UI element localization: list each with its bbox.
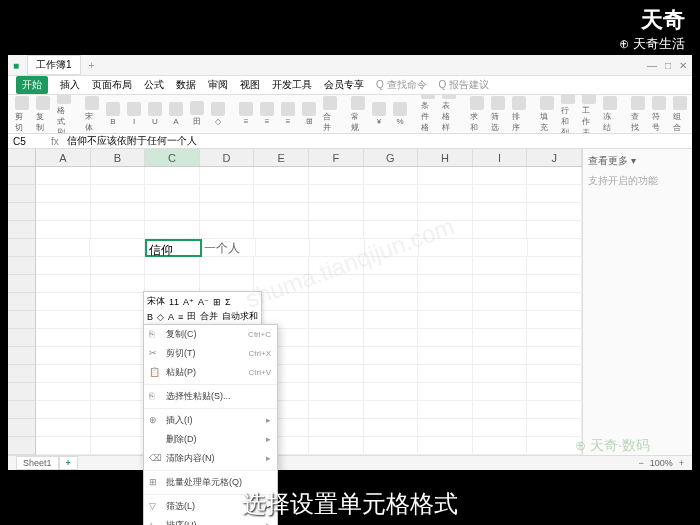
ribbon-item-6[interactable]: I (125, 102, 143, 126)
mt-dec-icon[interactable]: A⁻ (198, 297, 209, 307)
ribbon-item-31[interactable]: 工作表 (580, 95, 598, 134)
menu-layout[interactable]: 页面布局 (92, 78, 132, 92)
cell[interactable] (527, 257, 582, 275)
ribbon-item-27[interactable]: 排序 (510, 96, 528, 133)
cell[interactable] (528, 239, 582, 257)
ribbon-item-15[interactable]: ⊞ (300, 102, 318, 126)
close-icon[interactable]: ✕ (679, 60, 687, 71)
cell[interactable] (145, 203, 200, 221)
cell[interactable] (364, 329, 419, 347)
ribbon-item-10[interactable]: ◇ (209, 102, 227, 126)
cell[interactable] (36, 401, 91, 419)
cell[interactable] (473, 365, 528, 383)
ctx-item-4[interactable]: ⎘选择性粘贴(S)... (144, 387, 277, 406)
cell[interactable] (418, 383, 473, 401)
ctx-item-2[interactable]: 📋粘贴(P)Ctrl+V (144, 363, 277, 382)
ctx-item-1[interactable]: ✂剪切(T)Ctrl+X (144, 344, 277, 363)
cell[interactable] (309, 293, 364, 311)
cell[interactable] (91, 185, 146, 203)
cell[interactable] (145, 221, 200, 239)
ctx-item-0[interactable]: ⎘复制(C)Ctrl+C (144, 325, 277, 344)
cell[interactable] (91, 437, 146, 455)
cell[interactable] (309, 383, 364, 401)
ribbon-item-8[interactable]: A (167, 102, 185, 126)
cell[interactable] (527, 437, 582, 455)
cell[interactable] (91, 221, 146, 239)
menu-dev[interactable]: 开发工具 (272, 78, 312, 92)
mt-merge[interactable]: 合并 (200, 310, 218, 323)
mt-inc-icon[interactable]: A⁺ (183, 297, 194, 307)
cell[interactable] (309, 347, 364, 365)
cell[interactable] (527, 167, 582, 185)
cell[interactable] (418, 311, 473, 329)
cell[interactable] (36, 239, 90, 257)
cell[interactable] (310, 239, 364, 257)
col-i[interactable]: I (473, 149, 528, 166)
fx-icon[interactable]: fx (51, 136, 59, 147)
cell[interactable] (527, 329, 582, 347)
cell[interactable] (309, 203, 364, 221)
cell[interactable] (364, 221, 419, 239)
cell[interactable] (364, 419, 419, 437)
ribbon-item-26[interactable]: 筛选 (489, 96, 507, 133)
cell[interactable] (91, 167, 146, 185)
cell[interactable] (90, 239, 144, 257)
cell[interactable] (418, 329, 473, 347)
zoom-level[interactable]: 100% (650, 458, 673, 468)
menu-member[interactable]: 会员专享 (324, 78, 364, 92)
cell[interactable] (364, 167, 419, 185)
ctx-item-7[interactable]: 删除(D)▸ (144, 430, 277, 449)
cell[interactable] (418, 401, 473, 419)
row-head-15[interactable] (8, 419, 36, 437)
mt-sum-icon[interactable]: Σ (225, 297, 231, 307)
cell[interactable] (527, 347, 582, 365)
cell[interactable] (364, 185, 419, 203)
cell[interactable] (364, 347, 419, 365)
cell[interactable] (473, 329, 528, 347)
cell[interactable] (418, 347, 473, 365)
cell[interactable] (91, 311, 146, 329)
cell[interactable] (473, 167, 528, 185)
cell[interactable] (527, 203, 582, 221)
cell[interactable] (36, 311, 91, 329)
ctx-item-6[interactable]: ⊕插入(I)▸ (144, 411, 277, 430)
cell[interactable] (254, 221, 309, 239)
menu-insert[interactable]: 插入 (60, 78, 80, 92)
cell[interactable] (473, 185, 528, 203)
cell[interactable] (36, 257, 91, 275)
cell[interactable] (309, 401, 364, 419)
cell[interactable] (91, 383, 146, 401)
cell[interactable] (254, 185, 309, 203)
col-g[interactable]: G (364, 149, 419, 166)
cell[interactable] (309, 419, 364, 437)
cell[interactable] (527, 419, 582, 437)
cell[interactable] (418, 275, 473, 293)
ribbon-item-2[interactable]: 格式刷 (55, 95, 73, 134)
mt-border-icon[interactable]: ⊞ (213, 297, 221, 307)
cell[interactable] (418, 203, 473, 221)
cell[interactable] (364, 275, 419, 293)
mt-grid-icon[interactable]: 田 (187, 310, 196, 323)
cell[interactable] (200, 221, 255, 239)
row-head-9[interactable] (8, 311, 36, 329)
col-c[interactable]: C (145, 149, 200, 166)
add-sheet-button[interactable]: + (59, 456, 78, 470)
cell[interactable] (473, 401, 528, 419)
new-tab-button[interactable]: + (89, 60, 95, 71)
ribbon-item-36[interactable]: 组合 (671, 96, 689, 133)
cell[interactable] (473, 383, 528, 401)
maximize-icon[interactable]: □ (665, 60, 671, 71)
row-head-2[interactable] (8, 185, 36, 203)
cell[interactable] (364, 293, 419, 311)
cell[interactable] (91, 203, 146, 221)
cell[interactable] (91, 275, 146, 293)
cell[interactable] (91, 293, 146, 311)
ribbon-item-7[interactable]: U (146, 102, 164, 126)
cell[interactable] (364, 311, 419, 329)
ribbon-item-20[interactable]: % (391, 102, 409, 126)
menu-formula[interactable]: 公式 (144, 78, 164, 92)
cell[interactable] (418, 257, 473, 275)
col-f[interactable]: F (309, 149, 364, 166)
cell[interactable] (365, 239, 419, 257)
cell[interactable] (364, 203, 419, 221)
